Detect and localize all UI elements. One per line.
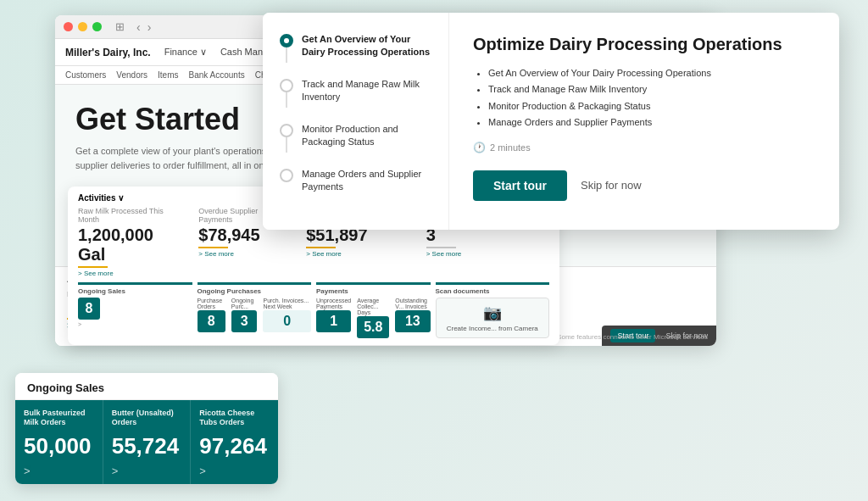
- sales-tile-ricotta-value: 97,264: [199, 433, 270, 459]
- unprocessed-payments-value[interactable]: 1: [316, 310, 351, 332]
- step-2-text[interactable]: Track and Manage Raw Milk Inventory: [302, 78, 431, 104]
- sales-tile-bulk-milk-arrow: >: [24, 465, 94, 477]
- tour-steps-panel: Get An Overview of Your Dairy Processing…: [263, 13, 449, 230]
- mid-scan-documents: Scan documents 📷 Create Income... from C…: [436, 282, 550, 338]
- ongoing-sales-value[interactable]: 8: [78, 298, 100, 320]
- sales-tile-butter-label: Butter (Unsalted) Orders: [112, 409, 182, 428]
- payments-title: Payments: [316, 282, 431, 295]
- payments-nums: Unprocessed Payments 1 Average Collec...…: [316, 298, 431, 338]
- ongoing-purchases-nums: Purchase Orders 8 Ongoing Purc... 3 Purc…: [198, 298, 312, 332]
- step-4-circle: [280, 169, 293, 182]
- tour-bullet-3: Monitor Production & Packaging Status: [488, 100, 815, 113]
- tour-bullet-4: Manage Orders and Supplier Payments: [488, 116, 815, 129]
- sales-tile-ricotta-label: Ricotta Cheese Tubs Orders: [199, 409, 270, 428]
- app-logo: Miller's Dairy, Inc.: [65, 47, 151, 58]
- mid-distributor-link[interactable]: > See more: [306, 250, 410, 258]
- forward-icon[interactable]: ›: [147, 20, 152, 34]
- tour-step-3: Monitor Production and Packaging Status: [280, 123, 431, 153]
- tour-details-panel: Optimize Dairy Processing Operations Get…: [449, 13, 839, 230]
- mid-supplier-link[interactable]: > See more: [198, 250, 291, 258]
- tour-duration-text: 2 minutes: [490, 142, 531, 153]
- scan-box[interactable]: 📷 Create Income... from Camera: [436, 298, 550, 338]
- mid-rejected-link[interactable]: > See more: [426, 250, 549, 258]
- tour-popup: Get An Overview of Your Dairy Processing…: [263, 13, 839, 230]
- ongoing-sales-header: Ongoing Sales: [15, 373, 278, 400]
- start-tour-button[interactable]: Start tour: [473, 170, 567, 201]
- mid-metric-raw-milk: Raw Milk Processed This Month 1,200,000 …: [78, 207, 183, 277]
- ongoing-purch-invoices-value[interactable]: 3: [231, 310, 258, 332]
- sales-tile-butter[interactable]: Butter (Unsalted) Orders 55,724 >: [103, 400, 192, 484]
- sales-tile-bulk-milk[interactable]: Bulk Pasteurized Milk Orders 50,000 >: [15, 400, 103, 484]
- purch-invoices-next-week-value[interactable]: 0: [263, 310, 311, 332]
- tour-actions: Start tour Skip for now: [473, 170, 815, 201]
- scan-label: Create Income... from Camera: [447, 325, 538, 332]
- step-4-text[interactable]: Manage Orders and Supplier Payments: [302, 168, 431, 194]
- tour-step-2: Track and Manage Raw Milk Inventory: [280, 78, 431, 108]
- browser-nav: ‹ ›: [136, 20, 151, 34]
- back-icon[interactable]: ‹: [136, 20, 141, 34]
- step-2-circle: [280, 79, 293, 92]
- sales-tile-butter-value: 55,724: [112, 433, 182, 459]
- subnav-items[interactable]: Items: [158, 70, 178, 80]
- tour-bullet-2: Track and Manage Raw Milk Inventory: [488, 83, 815, 96]
- ms-note: Some features connect to other Microsoft…: [557, 333, 708, 341]
- mid-raw-milk-label: Raw Milk Processed This Month: [78, 207, 183, 224]
- sales-tile-ricotta-arrow: >: [199, 465, 270, 477]
- purchase-orders-value[interactable]: 8: [198, 310, 225, 332]
- tour-step-1: Get An Overview of Your Dairy Processing…: [280, 33, 431, 63]
- ongoing-sales-sub: >: [78, 321, 192, 327]
- step-3-text[interactable]: Monitor Production and Packaging Status: [302, 123, 431, 149]
- tour-bullets-list: Get An Overview of Your Dairy Processing…: [473, 67, 815, 130]
- tour-title: Optimize Dairy Processing Operations: [473, 33, 815, 55]
- subnav-bank-accounts[interactable]: Bank Accounts: [189, 70, 245, 80]
- mid-raw-milk-link[interactable]: > See more: [78, 270, 183, 277]
- camera-icon: 📷: [483, 303, 502, 322]
- ongoing-purchases-title: Ongoing Purchases: [198, 282, 312, 295]
- mid-payments: Payments Unprocessed Payments 1 Average …: [316, 282, 431, 338]
- window-minimize-dot[interactable]: [78, 22, 87, 31]
- ongoing-sales-title: Ongoing Sales: [78, 282, 192, 295]
- outstanding-invoices-value[interactable]: 13: [395, 310, 430, 332]
- window-close-dot[interactable]: [64, 22, 73, 31]
- mid-raw-milk-value: 1,200,000 Gal: [78, 225, 183, 264]
- ongoing-sales-card: Ongoing Sales Bulk Pasteurized Milk Orde…: [15, 373, 278, 484]
- step-3-circle: [280, 124, 293, 137]
- skip-for-now-button[interactable]: Skip for now: [581, 179, 642, 192]
- step-1-line: [286, 47, 287, 63]
- subnav-vendors[interactable]: Vendors: [116, 70, 147, 80]
- step-2-line: [286, 92, 287, 108]
- avg-collect-days-value[interactable]: 5.8: [357, 316, 389, 338]
- tour-step-4: Manage Orders and Supplier Payments: [280, 168, 431, 194]
- ongoing-sales-nums: 8: [78, 298, 192, 320]
- grid-icon: ⊞: [115, 20, 125, 33]
- step-1-text[interactable]: Get An Overview of Your Dairy Processing…: [302, 33, 431, 59]
- sales-tile-bulk-milk-value: 50,000: [24, 433, 94, 459]
- clock-icon: 🕐: [473, 142, 486, 153]
- sales-tile-butter-arrow: >: [112, 465, 182, 477]
- tour-bullet-1: Get An Overview of Your Dairy Processing…: [488, 67, 815, 80]
- scan-docs-title: Scan documents: [436, 282, 550, 295]
- sales-tile-bulk-milk-label: Bulk Pasteurized Milk Orders: [24, 409, 94, 428]
- window-maximize-dot[interactable]: [92, 22, 102, 31]
- tour-duration: 🕐 2 minutes: [473, 142, 815, 153]
- mid-ongoing-purchases: Ongoing Purchases Purchase Orders 8 Ongo…: [198, 282, 312, 338]
- sales-tiles: Bulk Pasteurized Milk Orders 50,000 > Bu…: [15, 400, 278, 484]
- step-3-line: [286, 137, 287, 153]
- tour-steps-list: Get An Overview of Your Dairy Processing…: [280, 33, 431, 194]
- nav-finance[interactable]: Finance ∨: [164, 47, 207, 58]
- subnav-customers[interactable]: Customers: [65, 70, 106, 80]
- mid-cards-section: Ongoing Sales 8 > Ongoing Purchases Purc…: [78, 282, 549, 338]
- sales-tile-ricotta[interactable]: Ricotta Cheese Tubs Orders 97,264 >: [191, 400, 278, 484]
- step-1-circle: [280, 34, 293, 47]
- mid-ongoing-sales: Ongoing Sales 8 >: [78, 282, 192, 338]
